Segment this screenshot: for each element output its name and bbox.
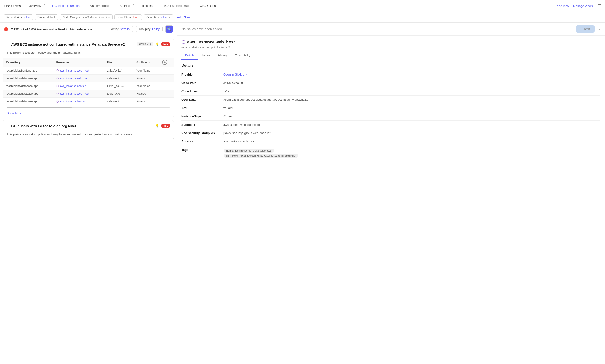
manage-views-button[interactable]: Manage Views <box>571 4 595 8</box>
submit-chevron-icon[interactable]: ⌄ <box>597 27 600 31</box>
add-view-button[interactable]: Add View <box>555 4 571 8</box>
cell-repo: recardolabs/database-app <box>3 82 54 90</box>
detail-key: Code Lines <box>181 90 219 93</box>
issue-card-1: •• AWS EC2 instance not configured with … <box>3 39 174 117</box>
summary-bar: 🔴 2,132 out of 6,052 issues can be fixed… <box>0 23 176 36</box>
nav-dots-secrets[interactable]: ⋮ <box>131 3 135 8</box>
summary-count-text: 2,132 out of 6,052 issues can be fixed i… <box>11 27 92 31</box>
tab-traceability[interactable]: Traceability <box>231 52 254 60</box>
cell-resource[interactable]: ⬡aws_instance.bastion <box>54 82 105 90</box>
group-button[interactable]: Group by: Policy <box>136 26 162 32</box>
filter-sev-close[interactable]: ✕ <box>169 16 171 19</box>
detail-key: Tags <box>181 148 219 152</box>
col-git-user: Git User ↕ <box>134 58 159 67</box>
nav-item-secrets[interactable]: Secrets ⋮ <box>117 0 138 12</box>
issue-1-badge: 626 <box>161 42 170 46</box>
detail-key: Vpc Security Group Ids <box>181 131 219 135</box>
filter-severities[interactable]: Severities Select ✕ <box>144 14 173 20</box>
filter-code-categories[interactable]: Code Categories IaC Misconfiguration <box>60 14 112 20</box>
filter-branch-value: default <box>47 15 56 19</box>
detail-value[interactable]: Open in GitHub ↗ <box>223 73 600 76</box>
add-column-button[interactable]: + <box>162 60 167 65</box>
filter-is-label: Issue Status <box>117 15 132 19</box>
col-repository: Repository ↕ <box>3 58 54 67</box>
resource-name-text: aws_instance.web_host <box>187 40 235 45</box>
nav-dots-vcs[interactable]: ⋮ <box>190 3 194 8</box>
group-value: Policy <box>152 27 160 31</box>
main-layout: 🔴 2,132 out of 6,052 issues can be fixed… <box>0 23 605 362</box>
resource-name: ⬡ aws_instance.web_host <box>181 39 600 45</box>
search-button[interactable]: 🔍 <box>165 25 173 33</box>
submit-button[interactable]: Submit <box>576 25 594 33</box>
issue-2-dots: •• <box>7 125 8 127</box>
detail-row: Code Lines1-32 <box>181 87 600 95</box>
detail-row: TagsName: "local.resource_prefix.value-e… <box>181 146 600 161</box>
detail-key: Address <box>181 140 219 143</box>
filter-branch[interactable]: Branch default <box>35 14 58 20</box>
cell-file: .../iac/ec2.tf <box>105 67 134 75</box>
nav-dots-overview[interactable]: ⋮ <box>42 3 46 8</box>
detail-value: var.ami <box>223 106 600 110</box>
detail-row: Addressaws_instance.web_host <box>181 137 600 146</box>
cell-git-user: Your Name <box>134 67 159 75</box>
detail-value: aws_instance.web_host <box>223 140 600 143</box>
table-row: recardolabs/database-app ⬡aws_instance.e… <box>3 75 174 82</box>
filter-issue-status[interactable]: Issue Status Error <box>114 14 142 20</box>
issue-1-tag: (IMDSv2) <box>137 42 153 46</box>
cell-resource[interactable]: ⬡aws_instance.web_host <box>54 67 105 75</box>
filter-is-value: Error <box>133 15 140 19</box>
cell-git-user: Ricardo <box>134 98 159 105</box>
nav-item-vcs[interactable]: VCS Pull Requests ⋮ <box>161 0 197 12</box>
cell-repo: recardolabs/database-app <box>3 75 54 82</box>
sort-label: Sort by: <box>109 27 119 31</box>
nav-dots-cicd[interactable]: ⋮ <box>217 3 221 8</box>
issue-1-dots: •• <box>7 43 8 46</box>
cell-resource[interactable]: ⬡aws_instance.exfil_ba... <box>54 75 105 82</box>
nav-dots-vulnerabilities[interactable]: ⋮ <box>110 3 114 8</box>
sort-button[interactable]: Sort by: Severity <box>107 26 133 32</box>
tab-details[interactable]: Details <box>181 52 198 60</box>
nav-item-licenses[interactable]: Licenses ⋮ <box>138 0 161 12</box>
cell-git-user: Your Name <box>134 82 159 90</box>
hamburger-icon[interactable]: ☰ <box>598 3 601 9</box>
detail-key: Provider <box>181 73 219 76</box>
right-panel: No issues have been added Submit ⌄ ⬡ aws… <box>177 23 605 362</box>
detail-value: ["aws_security_group.web-node.id"] <box>223 131 600 135</box>
issue-2-title: GCP users with Editor role on org level <box>11 124 153 128</box>
nav-dots-licenses[interactable]: ⋮ <box>154 3 158 8</box>
resource-header: ⬡ aws_instance.web_host recardolabs/fron… <box>177 36 605 60</box>
filter-repositories[interactable]: Repositories Select <box>4 14 33 20</box>
nav-label-licenses: Licenses <box>141 4 153 7</box>
detail-row: Amivar.ami <box>181 104 600 112</box>
detail-row: Vpc Security Group Ids["aws_security_gro… <box>181 129 600 137</box>
cell-file: sales-ec2.tf <box>105 98 134 105</box>
table-row: recardolabs/database-app ⬡aws_instance.b… <box>3 82 174 90</box>
nav-item-overview[interactable]: Overview ⋮ <box>26 0 49 12</box>
nav-dots-iac[interactable]: ⋮ <box>81 3 85 8</box>
nav-item-iac[interactable]: IaC Misconfiguration ⋮ <box>49 0 87 12</box>
tab-history[interactable]: History <box>214 52 231 60</box>
details-section: Details ProviderOpen in GitHub ↗Code Pat… <box>177 60 605 165</box>
summary-error-icon: 🔴 <box>4 27 8 31</box>
detail-value: aws_subnet.web_subnet.id <box>223 123 600 127</box>
detail-row: Instance Typet2.nano <box>181 112 600 121</box>
nav-label-secrets: Secrets <box>120 4 130 7</box>
details-title: Details <box>181 64 600 68</box>
issue-2-bulb-icon[interactable]: 💡 <box>155 124 159 128</box>
nav-item-cicd[interactable]: CI/CD Runs ⋮ <box>197 0 224 12</box>
detail-key: Subnet Id <box>181 123 219 127</box>
issue-1-title: AWS EC2 instance not configured with Ins… <box>11 42 135 46</box>
show-more-button[interactable]: Show More <box>3 109 174 117</box>
cell-resource[interactable]: ⬡aws_instance.web_host <box>54 90 105 98</box>
issue-1-bulb-icon[interactable]: 💡 <box>155 42 159 46</box>
nav-item-vulnerabilities[interactable]: Vulnerabilities ⋮ <box>87 0 117 12</box>
issue-2-badge: 451 <box>161 124 170 128</box>
sort-value: Severity <box>120 27 130 31</box>
tab-issues[interactable]: Issues <box>198 52 215 60</box>
cell-file: sales-ec2.tf <box>105 75 134 82</box>
issue-card-2: •• GCP users with Editor role on org lev… <box>3 120 174 140</box>
add-filter-button[interactable]: Add Filter <box>175 15 192 20</box>
table-row: recardolabs/frontend-app ⬡aws_instance.w… <box>3 67 174 75</box>
cell-resource[interactable]: ⬡aws_instance.bastion <box>54 98 105 105</box>
cell-repo: recardolabs/database-app <box>3 98 54 105</box>
